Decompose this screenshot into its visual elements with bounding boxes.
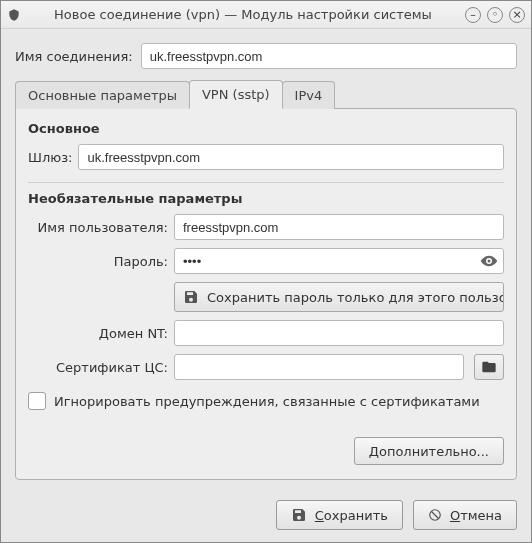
password-scope-button[interactable]: Сохранить пароль только для этого пользо… [174,282,504,312]
ntdomain-row: Домен NT: [28,320,504,346]
connection-name-label: Имя соединения: [15,49,133,64]
gateway-input[interactable] [78,144,504,170]
ntdomain-input[interactable] [174,320,504,346]
cancel-button[interactable]: Отмена [413,500,517,530]
password-wrap [174,248,504,274]
password-label: Пароль: [28,254,168,269]
tab-panel-vpn: Основное Шлюз: Необязательные параметры … [15,108,517,480]
gateway-row: Шлюз: [28,144,504,170]
cancel-label: Отмена [450,508,502,523]
tab-ipv4[interactable]: IPv4 [282,81,336,109]
eye-icon[interactable] [480,252,498,270]
username-label: Имя пользователя: [28,220,168,235]
ignore-cert-label: Игнорировать предупреждения, связанные с… [54,394,480,409]
content: Имя соединения: Основные параметры VPN (… [1,29,531,490]
cancel-icon [428,508,442,522]
close-button[interactable]: × [509,7,525,23]
cacert-label: Сертификат ЦС: [28,360,168,375]
footer: Сохранить Отмена [1,490,531,542]
maximize-button[interactable]: ◦ [487,7,503,23]
app-icon [7,8,21,22]
cacert-row: Сертификат ЦС: [28,354,504,380]
window-controls: – ◦ × [465,7,525,23]
save-button[interactable]: Сохранить [276,500,403,530]
ignore-cert-row: Игнорировать предупреждения, связанные с… [28,392,504,410]
section-optional-title: Необязательные параметры [28,191,504,206]
folder-icon [481,359,497,375]
tabs: Основные параметры VPN (sstp) IPv4 [15,79,517,108]
minimize-button[interactable]: – [465,7,481,23]
spacer [28,410,504,437]
save-disk-icon [183,289,199,305]
connection-name-input[interactable] [141,43,517,69]
gateway-label: Шлюз: [28,150,72,165]
connection-name-row: Имя соединения: [15,43,517,69]
ignore-cert-checkbox[interactable] [28,392,46,410]
password-scope-row: Сохранить пароль только для этого пользо… [28,282,504,312]
window: Новое соединение (vpn) — Модуль настройк… [0,0,532,543]
password-input[interactable] [174,248,504,274]
save-label: Сохранить [315,508,388,523]
advanced-button[interactable]: Дополнительно... [354,437,504,465]
tab-basic[interactable]: Основные параметры [15,81,190,109]
tab-vpn[interactable]: VPN (sstp) [189,80,283,109]
section-main-title: Основное [28,121,504,136]
username-input[interactable] [174,214,504,240]
save-icon [291,507,307,523]
titlebar: Новое соединение (vpn) — Модуль настройк… [1,1,531,29]
password-row: Пароль: [28,248,504,274]
svg-line-1 [431,512,438,519]
cacert-browse-button[interactable] [474,354,504,380]
username-row: Имя пользователя: [28,214,504,240]
ntdomain-label: Домен NT: [28,326,168,341]
window-title: Новое соединение (vpn) — Модуль настройк… [21,7,465,22]
cacert-input[interactable] [174,354,464,380]
password-scope-label: Сохранить пароль только для этого пользо… [207,290,504,305]
divider [28,182,504,183]
